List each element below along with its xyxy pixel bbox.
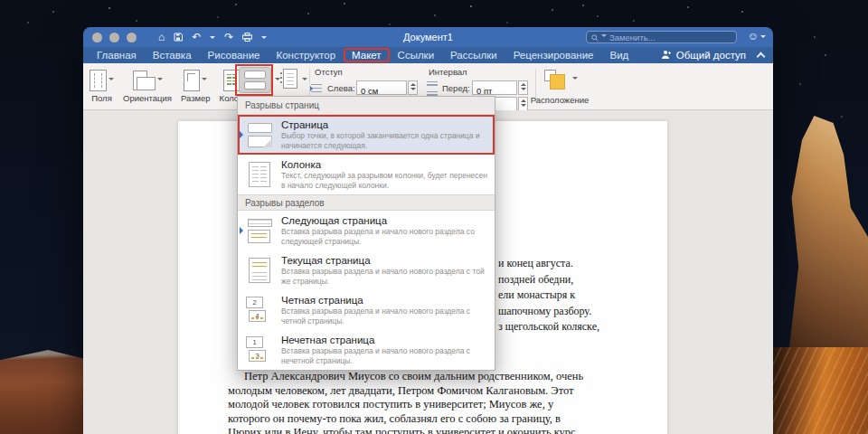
position-icon[interactable]	[544, 70, 568, 91]
menu-item-desc: Текст, следующий за разрывом колонки, бу…	[281, 171, 489, 190]
save-icon[interactable]	[174, 33, 183, 42]
page-number-badge: 4	[249, 310, 266, 322]
tab-maket-active[interactable]: Макет	[344, 48, 390, 62]
indent-group-title: Отступ	[315, 67, 343, 77]
menu-item-desc: Вставка разрыва раздела и начало нового …	[281, 346, 489, 365]
tab-retsenzirovanie[interactable]: Рецензирование	[505, 49, 602, 61]
spacing-after-stepper[interactable]	[518, 97, 528, 111]
position-caret-icon[interactable]	[572, 77, 578, 82]
size-icon	[184, 70, 200, 91]
word-window: ⌂ ↶ ↷ Документ1 ☺ Главная Встав	[83, 27, 773, 434]
menu-item-title: Текущая страница	[281, 255, 489, 266]
doc-line: молодой человек готовился поступить в ун…	[228, 398, 583, 412]
line-numbers-caret-icon[interactable]	[302, 78, 307, 83]
margins-label: Поля	[91, 93, 112, 103]
indent-left-field[interactable]	[356, 80, 407, 95]
search-input[interactable]	[609, 33, 731, 42]
menu-item-title: Страница	[281, 119, 489, 130]
size-label: Размер	[181, 93, 211, 103]
share-button[interactable]: Общий доступ	[661, 50, 773, 61]
spacing-before-stepper[interactable]	[518, 80, 528, 95]
quick-access-toolbar: ⌂ ↶ ↷	[158, 32, 267, 42]
indent-left-stepper[interactable]	[408, 80, 418, 95]
tab-vid[interactable]: Вид	[602, 49, 637, 61]
spacing-before-field[interactable]	[472, 80, 517, 95]
menu-item-even-page[interactable]: 2 4 Четная страница Вставка разрыва разд…	[238, 290, 495, 330]
doc-line: Цюрих или в Иену, чтобы там поступить в …	[228, 426, 583, 434]
menu-section-header-page-breaks: Разрывы страниц	[238, 97, 495, 115]
menu-item-column-break[interactable]: Колонка Текст, следующий за разрывом кол…	[238, 155, 495, 194]
breaks-dropdown-menu: Разрывы страниц Страница Выбор точки, в …	[237, 96, 495, 371]
tab-glavnaya[interactable]: Главная	[89, 49, 145, 61]
share-label: Общий доступ	[676, 50, 746, 61]
doc-line: ели монастыря к	[498, 288, 599, 304]
close-button[interactable]	[92, 33, 102, 42]
menu-item-continuous[interactable]: Текущая страница Вставка разрыва раздела…	[238, 250, 495, 290]
ribbon-tab-bar: Главная Вставка Рисование Конструктор Ма…	[83, 47, 773, 63]
smiley-caret-icon	[760, 35, 766, 41]
indent-left-label: Слева:	[327, 83, 355, 93]
page-number-badge: 1	[246, 336, 263, 348]
margins-icon	[90, 70, 107, 91]
odd-page-option-icon: 1 3	[246, 336, 273, 363]
home-icon[interactable]: ⌂	[158, 32, 165, 42]
collapse-ribbon-icon[interactable]	[757, 52, 766, 61]
menu-item-desc: Вставка разрыва раздела и начало нового …	[281, 227, 489, 246]
search-icon	[591, 29, 599, 45]
column-break-option-icon	[249, 162, 270, 187]
undo-caret-icon[interactable]	[210, 36, 215, 42]
menu-item-next-page[interactable]: Следующая страница Вставка разрыва разде…	[238, 211, 495, 250]
orientation-caret-icon	[157, 78, 163, 83]
tab-vstavka[interactable]: Вставка	[145, 49, 200, 61]
smiley-icon: ☺	[748, 30, 759, 42]
document-text-fragments: и конец августа. поздней обедни, ели мон…	[498, 256, 599, 335]
document-paragraph: Петр Александрович Миусов со своим дальн…	[228, 370, 583, 434]
menu-item-title: Нечетная страница	[281, 335, 489, 345]
menu-item-page-break[interactable]: Страница Выбор точки, в которой заканчив…	[238, 115, 495, 155]
titlebar: ⌂ ↶ ↷ Документ1 ☺	[83, 27, 773, 47]
line-numbers-icon[interactable]	[283, 69, 297, 89]
tab-konstruktor[interactable]: Конструктор	[268, 49, 344, 61]
orientation-label: Ориентация	[123, 93, 172, 103]
page-number-badge: 2	[246, 297, 263, 308]
doc-line: и конец августа.	[498, 256, 599, 272]
print-icon[interactable]	[242, 33, 252, 42]
doc-line: молодым человеком, лет двадцати, Петром …	[228, 384, 583, 399]
feedback-control[interactable]: ☺	[748, 30, 766, 42]
menu-item-desc: Выбор точки, в которой заканчивается одн…	[281, 131, 489, 150]
page-setup-group: Поля Ориентация Размер Колонки	[85, 65, 257, 105]
zoom-button[interactable]	[127, 33, 137, 42]
toolbar-more-caret-icon[interactable]	[261, 36, 267, 42]
size-caret-icon	[202, 78, 207, 83]
menu-item-title: Колонка	[281, 159, 489, 170]
size-button[interactable]: Размер	[176, 65, 215, 105]
person-plus-icon	[661, 50, 672, 61]
menu-item-title: Четная страница	[281, 295, 489, 306]
undo-button[interactable]: ↶	[192, 32, 201, 42]
minimize-button[interactable]	[109, 33, 119, 42]
orientation-button[interactable]: Ориентация	[118, 65, 176, 105]
menu-item-odd-page[interactable]: 1 3 Нечетная страница Вставка разрыва ра…	[238, 330, 495, 370]
tab-risovanie[interactable]: Рисование	[200, 49, 269, 61]
redo-button[interactable]: ↷	[224, 32, 233, 42]
search-box[interactable]	[586, 31, 737, 43]
sand-dune-right	[771, 347, 868, 434]
doc-line: з щегольской коляске,	[498, 319, 599, 335]
doc-line: шапочному разбору.	[498, 304, 599, 320]
annotation-box-breaks	[235, 64, 273, 96]
menu-section-header-section-breaks: Разрывы разделов	[238, 194, 495, 211]
item-marker-icon	[240, 131, 247, 138]
menu-item-desc: Вставка разрыва раздела и начало нового …	[281, 267, 489, 286]
tab-ssylki[interactable]: Ссылки	[390, 49, 443, 61]
margins-button[interactable]: Поля	[85, 65, 118, 105]
stars	[0, 0, 2, 2]
margins-caret-icon	[108, 78, 114, 83]
doc-line: которого он почему-то пока жил, соблазня…	[228, 412, 583, 427]
next-page-option-icon	[248, 219, 272, 243]
position-label: Расположение	[530, 95, 590, 105]
tab-rassylki[interactable]: Рассылки	[442, 49, 505, 61]
rock-formation-left	[0, 348, 83, 434]
search-caret-icon[interactable]	[601, 34, 607, 40]
spacing-before-label: Перед:	[442, 83, 470, 93]
menu-item-desc: Вставка разрыва раздела и начало нового …	[281, 307, 489, 326]
